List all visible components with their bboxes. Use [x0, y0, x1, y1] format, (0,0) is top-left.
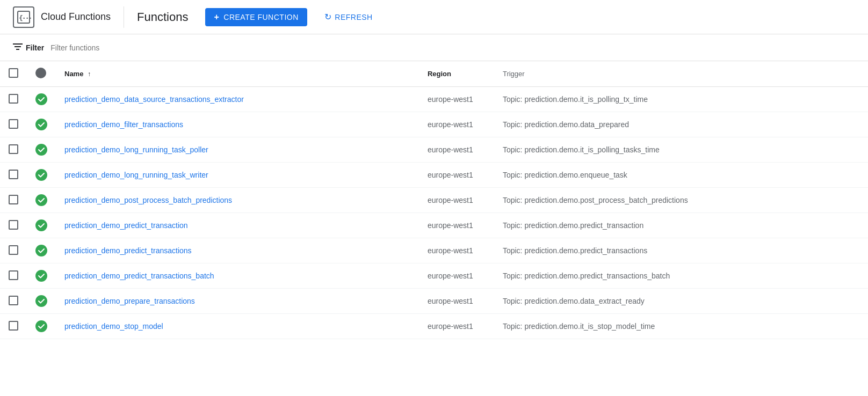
- status-ok-icon: [35, 169, 47, 181]
- row-name-cell[interactable]: prediction_demo_post_process_batch_predi…: [56, 188, 419, 213]
- row-checkbox-cell[interactable]: [0, 137, 27, 163]
- function-name-link[interactable]: prediction_demo_prepare_transactions: [64, 297, 195, 305]
- row-name-cell[interactable]: prediction_demo_predict_transactions: [56, 238, 419, 263]
- function-name-link[interactable]: prediction_demo_stop_model: [64, 322, 163, 331]
- row-region-cell: europe-west1: [419, 238, 494, 263]
- row-status-cell: [27, 137, 56, 163]
- refresh-button[interactable]: ↻ REFRESH: [316, 8, 381, 26]
- table-row: prediction_demo_post_process_batch_predi…: [0, 188, 868, 213]
- create-function-button[interactable]: + CREATE FUNCTION: [205, 8, 307, 26]
- row-name-cell[interactable]: prediction_demo_prepare_transactions: [56, 289, 419, 314]
- table-row: prediction_demo_filter_transactions euro…: [0, 112, 868, 137]
- status-header: [27, 61, 56, 87]
- row-trigger-cell: Topic: prediction.demo.it_is_polling_tx_…: [494, 87, 868, 112]
- select-all-checkbox[interactable]: [9, 68, 18, 78]
- row-checkbox[interactable]: [9, 195, 18, 204]
- row-checkbox[interactable]: [9, 296, 18, 305]
- row-status-cell: [27, 314, 56, 339]
- row-checkbox[interactable]: [9, 144, 18, 154]
- row-trigger-cell: Topic: prediction.demo.it_is_stop_model_…: [494, 314, 868, 339]
- row-status-cell: [27, 112, 56, 137]
- row-name-cell[interactable]: prediction_demo_long_running_task_poller: [56, 137, 419, 163]
- functions-table: Name ↑ Region Trigger prediction_demo_da…: [0, 61, 868, 339]
- row-name-cell[interactable]: prediction_demo_stop_model: [56, 314, 419, 339]
- row-trigger-cell: Topic: prediction.demo.predict_transacti…: [494, 263, 868, 289]
- row-checkbox-cell[interactable]: [0, 213, 27, 238]
- table-row: prediction_demo_long_running_task_poller…: [0, 137, 868, 163]
- row-checkbox-cell[interactable]: [0, 314, 27, 339]
- function-name-link[interactable]: prediction_demo_long_running_task_writer: [64, 171, 208, 179]
- row-status-cell: [27, 188, 56, 213]
- row-status-cell: [27, 213, 56, 238]
- row-trigger-cell: Topic: prediction.demo.predict_transacti…: [494, 238, 868, 263]
- row-checkbox[interactable]: [9, 245, 18, 255]
- row-trigger-cell: Topic: prediction.demo.data_extract_read…: [494, 289, 868, 314]
- trigger-column-header: Trigger: [494, 61, 868, 87]
- filter-bar: Filter: [0, 34, 868, 61]
- name-header-label: Name: [64, 70, 83, 78]
- function-name-link[interactable]: prediction_demo_predict_transactions_bat…: [64, 272, 214, 280]
- row-checkbox-cell[interactable]: [0, 87, 27, 112]
- row-checkbox[interactable]: [9, 220, 18, 230]
- plus-icon: +: [214, 12, 219, 22]
- status-header-indicator: [35, 68, 46, 78]
- function-name-link[interactable]: prediction_demo_predict_transaction: [64, 221, 188, 230]
- row-status-cell: [27, 289, 56, 314]
- select-all-header[interactable]: [0, 61, 27, 87]
- row-region-cell: europe-west1: [419, 289, 494, 314]
- row-checkbox-cell[interactable]: [0, 188, 27, 213]
- row-checkbox[interactable]: [9, 119, 18, 129]
- name-column-header[interactable]: Name ↑: [56, 61, 419, 87]
- sort-ascending-icon: ↑: [88, 70, 91, 78]
- row-status-cell: [27, 263, 56, 289]
- table-row: prediction_demo_data_source_transactions…: [0, 87, 868, 112]
- status-ok-icon: [35, 320, 47, 332]
- header-actions: + CREATE FUNCTION ↻ REFRESH: [205, 8, 381, 26]
- row-name-cell[interactable]: prediction_demo_data_source_transactions…: [56, 87, 419, 112]
- table-header-row: Name ↑ Region Trigger: [0, 61, 868, 87]
- row-name-cell[interactable]: prediction_demo_predict_transactions_bat…: [56, 263, 419, 289]
- row-checkbox[interactable]: [9, 270, 18, 280]
- row-name-cell[interactable]: prediction_demo_filter_transactions: [56, 112, 419, 137]
- filter-label: Filter: [26, 43, 44, 52]
- row-checkbox[interactable]: [9, 321, 18, 331]
- region-column-header[interactable]: Region: [419, 61, 494, 87]
- row-checkbox-cell[interactable]: [0, 112, 27, 137]
- row-checkbox[interactable]: [9, 94, 18, 104]
- create-function-label: CREATE FUNCTION: [223, 13, 298, 21]
- row-status-cell: [27, 87, 56, 112]
- function-name-link[interactable]: prediction_demo_filter_transactions: [64, 120, 183, 129]
- row-trigger-cell: Topic: prediction.demo.predict_transacti…: [494, 213, 868, 238]
- filter-input[interactable]: [50, 43, 212, 52]
- function-name-link[interactable]: prediction_demo_predict_transactions: [64, 246, 192, 255]
- status-ok-icon: [35, 194, 47, 206]
- status-ok-icon: [35, 144, 47, 156]
- row-name-cell[interactable]: prediction_demo_predict_transaction: [56, 213, 419, 238]
- row-trigger-cell: Topic: prediction.demo.post_process_batc…: [494, 188, 868, 213]
- row-checkbox-cell[interactable]: [0, 263, 27, 289]
- table-row: prediction_demo_predict_transaction euro…: [0, 213, 868, 238]
- row-checkbox[interactable]: [9, 170, 18, 179]
- row-status-cell: [27, 163, 56, 188]
- status-ok-icon: [35, 245, 47, 256]
- row-name-cell[interactable]: prediction_demo_long_running_task_writer: [56, 163, 419, 188]
- function-name-link[interactable]: prediction_demo_post_process_batch_predi…: [64, 196, 232, 204]
- row-trigger-cell: Topic: prediction.demo.data_prepared: [494, 112, 868, 137]
- row-region-cell: europe-west1: [419, 213, 494, 238]
- function-name-link[interactable]: prediction_demo_long_running_task_poller: [64, 145, 208, 154]
- function-name-link[interactable]: prediction_demo_data_source_transactions…: [64, 95, 244, 104]
- status-ok-icon: [35, 119, 47, 130]
- page-title: Functions: [137, 10, 188, 24]
- refresh-label: REFRESH: [335, 13, 372, 21]
- row-status-cell: [27, 238, 56, 263]
- row-checkbox-cell[interactable]: [0, 163, 27, 188]
- status-ok-icon: [35, 295, 47, 307]
- table-row: prediction_demo_prepare_transactions eur…: [0, 289, 868, 314]
- row-trigger-cell: Topic: prediction.demo.it_is_polling_tas…: [494, 137, 868, 163]
- table-row: prediction_demo_predict_transactions eur…: [0, 238, 868, 263]
- row-region-cell: europe-west1: [419, 188, 494, 213]
- row-checkbox-cell[interactable]: [0, 238, 27, 263]
- brand: {···} Cloud Functions: [13, 6, 124, 28]
- filter-button[interactable]: Filter: [13, 43, 44, 52]
- row-checkbox-cell[interactable]: [0, 289, 27, 314]
